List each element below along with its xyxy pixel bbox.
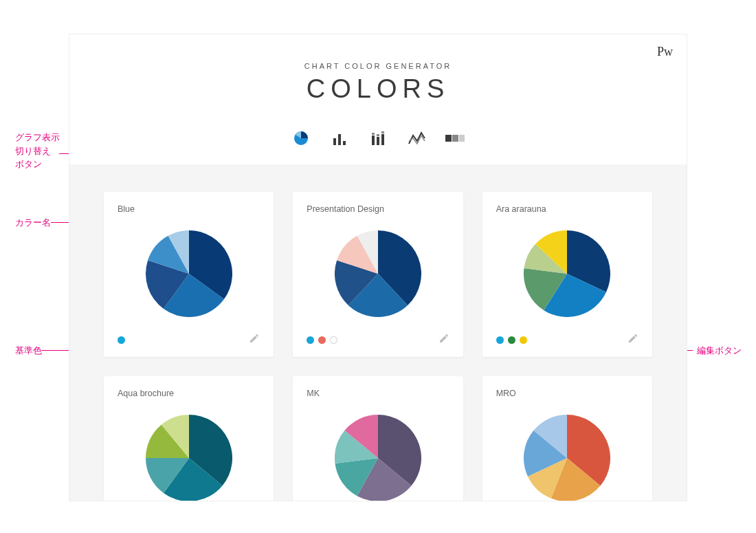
edit-button[interactable] — [249, 333, 260, 347]
base-color-swatches — [307, 336, 337, 344]
app-title: COLORS — [69, 74, 687, 104]
card-title: Presentation Design — [307, 204, 449, 214]
pie-chart — [524, 415, 610, 501]
pie-wrap — [118, 398, 260, 501]
view-stacked-bar-button[interactable] — [368, 129, 388, 148]
edit-icon — [249, 333, 260, 344]
annotation-base-color-label: 基準色 — [15, 344, 42, 358]
palette-card[interactable]: Blue — [104, 192, 274, 357]
palette-card[interactable]: Aqua brochure — [104, 376, 274, 501]
base-color-swatches — [496, 336, 527, 344]
edit-icon — [438, 333, 449, 344]
svg-rect-3 — [343, 141, 346, 145]
pie-wrap — [307, 214, 449, 334]
bar-chart-icon — [331, 130, 348, 146]
edit-button[interactable] — [438, 333, 449, 347]
view-gradient-button[interactable] — [445, 129, 465, 148]
svg-rect-12 — [459, 135, 465, 142]
color-swatch — [318, 336, 326, 344]
svg-rect-10 — [445, 135, 452, 142]
header: CHART COLOR GENERATOR COLORS — [69, 34, 687, 104]
svg-rect-11 — [452, 135, 458, 142]
card-title: Ara ararauna — [496, 204, 638, 214]
svg-rect-2 — [338, 134, 341, 145]
edit-icon — [627, 333, 638, 344]
pie-chart — [146, 415, 232, 501]
color-swatch — [330, 336, 337, 344]
svg-rect-6 — [377, 137, 379, 145]
palette-card[interactable]: MK — [293, 376, 463, 501]
palette-card[interactable]: Presentation Design — [293, 192, 463, 357]
view-switcher — [69, 126, 687, 151]
palette-card[interactable]: Ara ararauna — [482, 192, 652, 357]
color-swatch — [307, 336, 314, 344]
card-footer — [118, 334, 260, 346]
view-line-button[interactable] — [407, 129, 426, 148]
app-subtitle: CHART COLOR GENERATOR — [69, 62, 687, 70]
card-title: Aqua brochure — [118, 389, 260, 398]
palette-card[interactable]: MRO — [482, 376, 652, 501]
svg-rect-8 — [381, 134, 384, 145]
app-window: Pw CHART COLOR GENERATOR COLORS — [69, 34, 687, 501]
color-swatch — [118, 336, 125, 344]
pie-wrap — [118, 214, 260, 334]
svg-rect-5 — [372, 133, 375, 135]
edit-button[interactable] — [627, 333, 638, 347]
card-grid: BluePresentation DesignAra araraunaAqua … — [104, 192, 652, 501]
pie-chart — [335, 415, 421, 501]
card-title: Blue — [118, 204, 260, 214]
color-swatch — [520, 336, 527, 344]
pie-wrap — [496, 398, 638, 501]
color-swatch — [508, 336, 515, 344]
svg-rect-4 — [372, 135, 375, 145]
annotation-switcher-label: グラフ表示 切り替え ボタン — [15, 131, 60, 171]
annotation-edit-button-label: 編集ボタン — [697, 344, 742, 358]
pie-wrap — [307, 398, 449, 501]
view-pie-button[interactable] — [291, 129, 311, 148]
card-footer — [496, 334, 638, 346]
svg-rect-1 — [333, 138, 336, 145]
card-title: MRO — [496, 389, 638, 398]
pie-chart — [524, 230, 610, 317]
pie-chart — [146, 230, 232, 317]
svg-rect-9 — [381, 131, 384, 133]
pie-chart-icon — [293, 130, 309, 146]
gradient-icon — [445, 135, 465, 142]
content-area: BluePresentation DesignAra araraunaAqua … — [69, 164, 687, 501]
brand-logo: Pw — [657, 45, 673, 59]
card-footer — [307, 334, 449, 346]
card-title: MK — [307, 389, 449, 398]
annotation-color-name-label: カラー名 — [15, 216, 51, 230]
view-bar-button[interactable] — [330, 129, 349, 148]
line-chart-icon — [408, 130, 425, 146]
svg-rect-7 — [377, 134, 379, 136]
pie-wrap — [496, 214, 638, 334]
base-color-swatches — [118, 336, 125, 344]
color-swatch — [496, 336, 504, 344]
stacked-bar-icon — [370, 130, 386, 146]
pie-chart — [335, 230, 421, 317]
